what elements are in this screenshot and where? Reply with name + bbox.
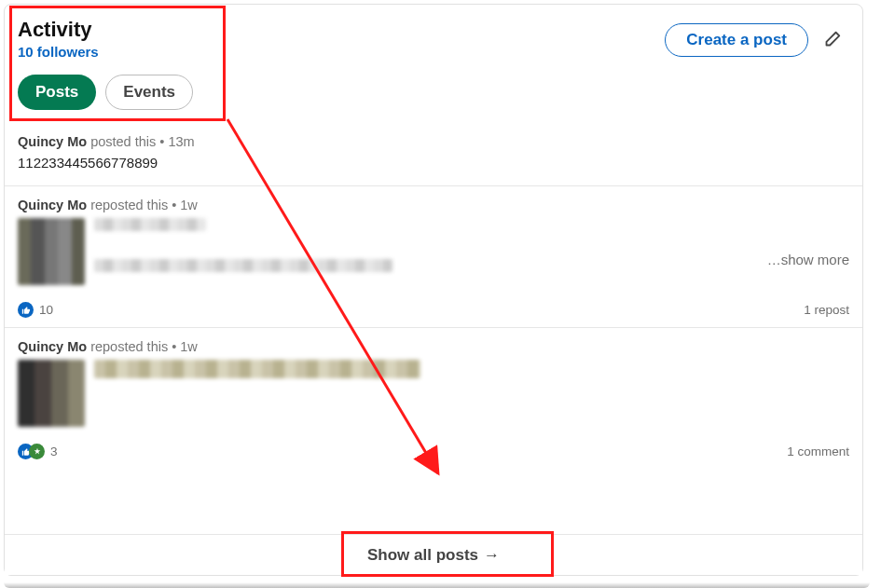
post-reactions[interactable]: 10	[18, 302, 53, 318]
reaction-count: 3	[50, 444, 58, 458]
post-meta: Quincy Mo reposted this • 1w	[18, 198, 849, 212]
post-action-text: reposted this • 1w	[87, 339, 198, 354]
reaction-count: 10	[39, 303, 53, 317]
post-thumbnail-obscured	[18, 360, 85, 427]
show-more-link[interactable]: …show more	[767, 252, 849, 267]
post-thumbnail-obscured	[18, 218, 85, 285]
post-meta: Quincy Mo posted this • 13m	[18, 134, 849, 149]
activity-header-right: Create a post	[665, 23, 844, 57]
activity-header: Activity 10 followers Create a post	[5, 5, 862, 60]
show-all-posts-button[interactable]: Show all posts →	[5, 534, 862, 575]
post-right-meta[interactable]: 1 comment	[787, 444, 849, 458]
post-text-obscured	[94, 218, 849, 283]
activity-card: Activity 10 followers Create a post Post…	[4, 4, 863, 576]
card-bottom-shadow	[4, 582, 870, 588]
post-item: Quincy Mo posted this • 13m 112233445566…	[5, 123, 862, 185]
post-action-text: reposted this • 1w	[87, 198, 198, 212]
post-reactions[interactable]: 3	[18, 444, 58, 459]
celebrate-icon	[29, 444, 45, 459]
edit-icon[interactable]	[819, 28, 844, 52]
post-right-meta[interactable]: 1 repost	[804, 303, 849, 317]
post-item: Quincy Mo reposted this • 1w	[5, 328, 862, 436]
post-reactions-row: 3 1 comment	[5, 436, 862, 469]
reaction-icon-stack	[18, 444, 45, 459]
arrow-right-icon: →	[484, 546, 500, 565]
show-all-posts-label: Show all posts	[367, 546, 478, 565]
tab-events[interactable]: Events	[105, 75, 193, 110]
activity-header-left: Activity 10 followers	[18, 18, 99, 60]
create-post-button[interactable]: Create a post	[665, 23, 808, 57]
post-action-text: posted this • 13m	[87, 134, 195, 149]
activity-title: Activity	[18, 18, 99, 42]
tab-posts[interactable]: Posts	[18, 75, 96, 110]
activity-tabs: Posts Events	[5, 60, 862, 123]
post-author[interactable]: Quincy Mo	[18, 134, 87, 149]
post-reactions-row: 10 1 repost	[5, 294, 862, 327]
followers-link[interactable]: 10 followers	[18, 44, 99, 60]
post-text-obscured	[94, 360, 849, 378]
post-content-obscured	[18, 360, 849, 427]
post-author[interactable]: Quincy Mo	[18, 339, 87, 354]
post-item: Quincy Mo reposted this • 1w …show more	[5, 186, 862, 294]
post-body: 112233445566778899	[18, 155, 849, 171]
post-content-obscured	[18, 218, 849, 285]
post-author[interactable]: Quincy Mo	[18, 198, 87, 212]
post-meta: Quincy Mo reposted this • 1w	[18, 339, 849, 354]
like-icon	[18, 302, 34, 318]
